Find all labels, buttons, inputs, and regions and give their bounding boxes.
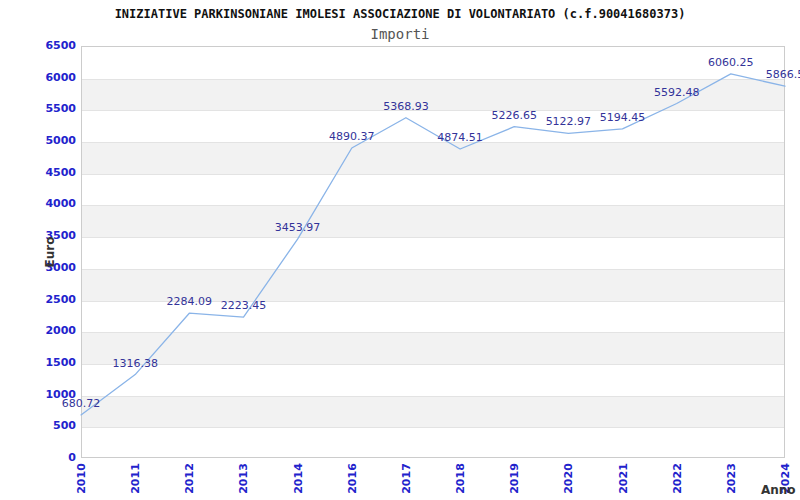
plot-band — [82, 396, 784, 428]
data-point-label: 3453.97 — [266, 221, 330, 234]
data-point-label: 6060.25 — [699, 56, 763, 69]
y-axis-title: Euro — [43, 232, 57, 272]
line-chart: INIZIATIVE PARKINSONIANE IMOLESI ASSOCIA… — [0, 0, 800, 500]
x-tick-label: 2021 — [616, 461, 629, 497]
plot-band — [82, 205, 784, 237]
gridline — [82, 332, 784, 333]
gridline — [82, 427, 784, 428]
data-point-label: 680.72 — [49, 397, 113, 410]
data-point-label: 4890.37 — [320, 130, 384, 143]
data-point-label: 4874.51 — [428, 131, 492, 144]
plot-band — [82, 332, 784, 364]
chart-title: INIZIATIVE PARKINSONIANE IMOLESI ASSOCIA… — [0, 7, 800, 21]
y-tick-label: 2000 — [16, 324, 76, 337]
data-point-label: 2223.45 — [211, 299, 275, 312]
y-tick-label: 6500 — [16, 39, 76, 52]
data-point-label: 5368.93 — [374, 100, 438, 113]
gridline — [82, 396, 784, 397]
y-tick-label: 500 — [16, 419, 76, 432]
y-tick-label: 0 — [16, 451, 76, 464]
data-point-label: 5592.48 — [645, 86, 709, 99]
data-point-label: 1316.38 — [103, 357, 167, 370]
x-tick-label: 2022 — [670, 461, 683, 497]
x-tick-label: 2016 — [345, 461, 358, 497]
x-tick-label: 2020 — [562, 461, 575, 497]
plot-band — [82, 142, 784, 174]
chart-subtitle: Importi — [0, 26, 800, 42]
gridline — [82, 364, 784, 365]
y-tick-label: 4000 — [16, 197, 76, 210]
y-tick-label: 6000 — [16, 71, 76, 84]
y-tick-label: 2500 — [16, 293, 76, 306]
x-axis-title: Anno — [761, 483, 796, 497]
gridline — [82, 205, 784, 206]
x-tick-label: 2011 — [129, 461, 142, 497]
y-tick-label: 5000 — [16, 134, 76, 147]
gridline — [82, 269, 784, 270]
x-tick-label: 2014 — [291, 461, 304, 497]
x-tick-label: 2012 — [183, 461, 196, 497]
x-tick-label: 2013 — [237, 461, 250, 497]
y-tick-label: 1500 — [16, 356, 76, 369]
x-tick-label: 2017 — [399, 461, 412, 497]
x-tick-label: 2023 — [724, 461, 737, 497]
x-tick-label: 2018 — [454, 461, 467, 497]
data-point-label: 5866.5 — [753, 68, 800, 81]
gridline — [82, 174, 784, 175]
data-point-label: 5194.45 — [591, 111, 655, 124]
y-tick-label: 4500 — [16, 166, 76, 179]
y-tick-label: 5500 — [16, 102, 76, 115]
gridline — [82, 79, 784, 80]
x-tick-label: 2010 — [75, 461, 88, 497]
gridline — [82, 237, 784, 238]
x-tick-label: 2019 — [508, 461, 521, 497]
